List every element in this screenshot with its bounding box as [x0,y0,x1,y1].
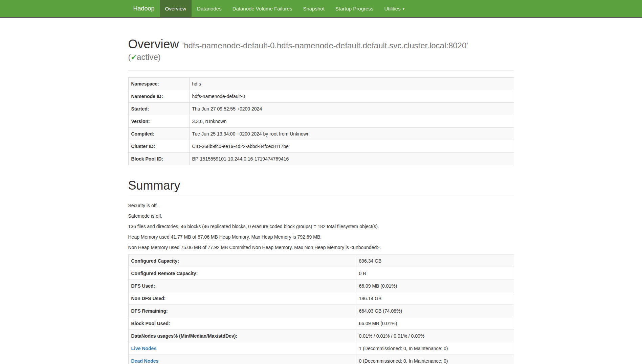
row-label: Configured Remote Capacity: [128,267,356,280]
nav-link-label: Datanodes [197,6,222,11]
table-row: Live Nodes1 (Decommissioned: 0, In Maint… [128,342,514,355]
nav-link-label: Datanode Volume Failures [233,6,292,11]
table-row: DFS Used:66.09 MB (0.01%) [128,280,514,292]
summary-line: Heap Memory used 41.77 MB of 87.06 MB He… [128,234,514,240]
summary-line: 136 files and directories, 46 blocks (46… [128,223,514,230]
row-label: Live Nodes [128,342,356,355]
summary-line: Security is off. [128,202,514,209]
nav-link-datanodes[interactable]: Datanodes [192,0,227,17]
nav-item-startup-progress: Startup Progress [330,0,379,17]
nav-link-utilities[interactable]: Utilities▾ [379,0,410,17]
row-value: 3.3.6, rUnknown [189,115,514,127]
row-value: hdfs [189,77,514,90]
row-value: 66.09 MB (0.01%) [356,317,514,330]
summary-text: Security is off.Safemode is off.136 file… [128,202,514,251]
table-row: Block Pool ID:BP-1515559101-10.244.0.16-… [128,152,514,165]
table-row: Configured Remote Capacity:0 B [128,267,514,280]
cluster-info-table: Namespace:hdfsNamenode ID:hdfs-namenode-… [128,77,514,165]
nav-link-label: Snapshot [303,6,324,11]
row-value: 0.01% / 0.01% / 0.01% / 0.00% [356,330,514,342]
namenode-status: (✔active) [128,51,514,64]
row-value: 1 (Decommissioned: 0, In Maintenance: 0) [356,342,514,355]
summary-line: Non Heap Memory used 75.06 MB of 77.92 M… [128,244,514,251]
storage-info-table: Configured Capacity:896.34 GBConfigured … [128,254,514,364]
table-row: Dead Nodes0 (Decommissioned: 0, In Maint… [128,355,514,364]
page-title: Overview 'hdfs-namenode-default-0.hdfs-n… [128,38,514,51]
row-label: DataNodes usages% (Min/Median/Max/stdDev… [128,330,356,342]
row-value: 186.14 GB [356,292,514,305]
row-label: Cluster ID: [128,140,189,152]
row-label: Dead Nodes [128,355,356,364]
nav-link-startup-progress[interactable]: Startup Progress [330,0,379,17]
status-open-paren: ( [128,52,131,62]
row-label: DFS Remaining: [128,305,356,317]
nav-link-datanode-volume-failures[interactable]: Datanode Volume Failures [227,0,298,17]
table-row: Started:Thu Jun 27 09:52:55 +0200 2024 [128,102,514,115]
table-row: Configured Capacity:896.34 GB [128,255,514,267]
row-label-link[interactable]: Live Nodes [131,346,157,351]
summary-title: Summary [128,179,514,192]
table-row: Namespace:hdfs [128,77,514,90]
row-value: 0 (Decommissioned: 0, In Maintenance: 0) [356,355,514,364]
brand-hadoop[interactable]: Hadoop [128,0,160,17]
row-label: Non DFS Used: [128,292,356,305]
row-label-link[interactable]: Dead Nodes [131,358,159,364]
nav-item-datanode-volume-failures: Datanode Volume Failures [227,0,298,17]
navbar-menu: OverviewDatanodesDatanode Volume Failure… [160,0,410,17]
top-navbar: Hadoop OverviewDatanodesDatanode Volume … [0,0,642,18]
nav-item-datanodes: Datanodes [192,0,227,17]
summary-section-header: Summary [128,179,514,196]
row-value: BP-1515559101-10.244.0.16-1719474769416 [189,152,514,165]
namenode-address: 'hdfs-namenode-default-0.hdfs-namenode-d… [182,41,468,50]
row-value: CID-368b9fc0-ee19-4d22-abbd-84fcec8117be [189,140,514,152]
row-label: Version: [128,115,189,127]
row-label: Started: [128,102,189,115]
nav-link-snapshot[interactable]: Snapshot [297,0,330,17]
row-label: Block Pool Used: [128,317,356,330]
overview-page-header: Overview 'hdfs-namenode-default-0.hdfs-n… [128,38,514,71]
table-row: Cluster ID:CID-368b9fc0-ee19-4d22-abbd-8… [128,140,514,152]
row-value: hdfs-namenode-default-0 [189,90,514,102]
table-row: Namenode ID:hdfs-namenode-default-0 [128,90,514,102]
table-row: Version:3.3.6, rUnknown [128,115,514,127]
status-text: active) [137,52,161,62]
table-row: DFS Remaining:664.03 GB (74.08%) [128,305,514,317]
nav-link-label: Utilities [384,6,400,11]
nav-link-label: Startup Progress [335,6,374,11]
row-value: 896.34 GB [356,255,514,267]
row-value: 664.03 GB (74.08%) [356,305,514,317]
check-icon: ✔ [131,53,137,61]
nav-link-overview[interactable]: Overview [160,0,192,17]
row-label: Namenode ID: [128,90,189,102]
nav-item-overview: Overview [160,0,192,17]
table-row: Compiled:Tue Jun 25 13:34:00 +0200 2024 … [128,127,514,140]
caret-down-icon: ▾ [403,7,405,11]
table-row: Non DFS Used:186.14 GB [128,292,514,305]
row-label: Compiled: [128,127,189,140]
nav-item-snapshot: Snapshot [297,0,330,17]
row-label: Block Pool ID: [128,152,189,165]
row-label: Configured Capacity: [128,255,356,267]
row-label: Namespace: [128,77,189,90]
row-value: Thu Jun 27 09:52:55 +0200 2024 [189,102,514,115]
nav-item-utilities: Utilities▾ [379,0,410,17]
row-value: Tue Jun 25 13:34:00 +0200 2024 by root f… [189,127,514,140]
table-row: DataNodes usages% (Min/Median/Max/stdDev… [128,330,514,342]
row-label: DFS Used: [128,280,356,292]
row-value: 0 B [356,267,514,280]
main-content: Overview 'hdfs-namenode-default-0.hdfs-n… [123,38,519,364]
table-row: Block Pool Used:66.09 MB (0.01%) [128,317,514,330]
summary-line: Safemode is off. [128,213,514,219]
row-value: 66.09 MB (0.01%) [356,280,514,292]
nav-link-label: Overview [165,6,186,11]
page-title-text: Overview [128,37,179,51]
